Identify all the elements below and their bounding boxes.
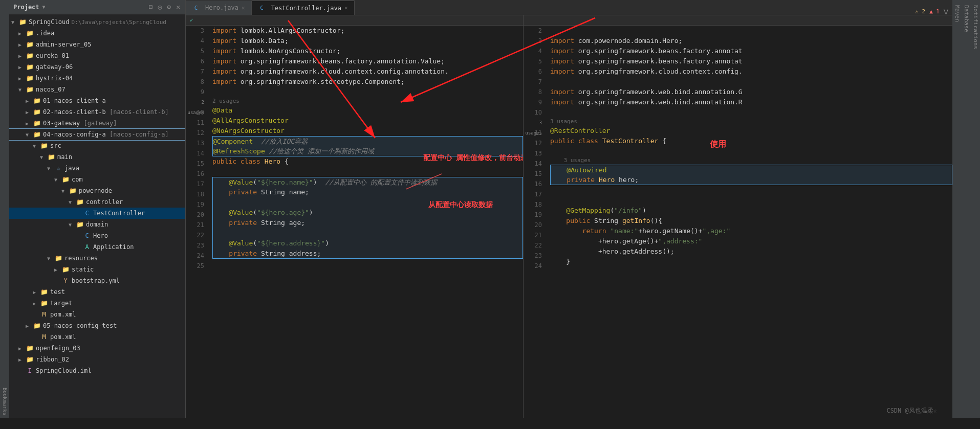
hero-code-lines: import lombok.AllArgsConstructor; import… (208, 26, 523, 418)
tab-hero-label: Hero.java (205, 4, 238, 11)
tree-item-nacos01[interactable]: ▶ 📁 01-nacos-client-a (9, 95, 185, 106)
code-line: @AllArgsConstructor (212, 116, 523, 126)
code-line (550, 146, 952, 156)
warning-count: ⚠ 2 (915, 8, 925, 15)
tab-testcontroller-close[interactable]: ✕ (344, 5, 348, 11)
tree-item-gateway06[interactable]: ▶ 📁 gateway-06 (9, 61, 185, 73)
tree-item-test[interactable]: ▶ 📁 test (9, 286, 185, 298)
tree-item-ribbon[interactable]: ▶ 📁 ribbon_02 (9, 354, 185, 365)
notifications-label: Notifications (972, 5, 979, 49)
code-line (550, 77, 952, 87)
tree-item-domain[interactable]: ▼ 📁 domain (9, 219, 185, 230)
tree-item-controller[interactable]: ▼ 📁 controller (9, 196, 185, 208)
tree-item-gateway03[interactable]: ▶ 📁 03-gateway [gateway] (9, 118, 185, 129)
code-line: import lombok.AllArgsConstructor; (212, 26, 523, 36)
tree-item-nacos02[interactable]: ▶ 📁 02-nacos-client-b [nacos-client-b] (9, 106, 185, 118)
database-panel[interactable]: Database (962, 0, 971, 418)
locate-icon[interactable]: ◎ (157, 3, 163, 11)
tree-item-static[interactable]: ▶ 📁 static (9, 264, 185, 275)
tree-item-nacos05[interactable]: ▶ 📁 05-nacos-config-test (9, 320, 185, 331)
code-line-hint2: 3 usages (550, 156, 952, 165)
tree-item-java[interactable]: ▼ ☕ java (9, 163, 185, 174)
hero-code-scroll[interactable]: 3 4 5 6 7 8 9 2 usages 10 11 12 13 (186, 26, 523, 418)
code-line (212, 87, 523, 97)
code-line: import org.springframework.cloud.context… (550, 66, 952, 77)
right-pane-indicator (524, 15, 952, 26)
notifications-panel[interactable]: Notifications (971, 0, 980, 418)
code-line: import org.springframework.beans.factory… (212, 56, 523, 66)
tree-item-com[interactable]: ▼ 📁 com (9, 174, 185, 185)
project-panel: Project ▼ ⊟ ◎ ⚙ ✕ ▼ 📁 SpringCloud D:\Jav… (9, 0, 186, 418)
tree-item-pom05[interactable]: M pom.xml (9, 331, 185, 343)
collapse-all-icon[interactable]: ⊟ (148, 3, 154, 11)
code-line (550, 267, 952, 277)
tree-item-main[interactable]: ▼ 📁 main (9, 151, 185, 163)
tree-item-testcontroller[interactable]: C TestController (9, 208, 185, 219)
code-line-hint: 2 usages (212, 97, 523, 105)
testcontroller-editor-pane: 2 3 4 5 6 7 8 9 10 3 usages 11 12 (524, 15, 952, 418)
tree-item-admin[interactable]: ▶ 📁 admin-server_05 (9, 39, 185, 50)
code-line: public class Hero { (212, 156, 523, 167)
bookmarks-label: Bookmarks (2, 388, 8, 415)
tree-item-nacos07[interactable]: ▼ 📁 nacos_07 (9, 84, 185, 95)
code-line: @Value("${hero.name}") //从配置中心 的配置文件中读到数… (212, 177, 523, 187)
code-line: @Value("${hero.age}") (212, 208, 523, 218)
tree-item-idea[interactable]: ▶ 📁 .idea (9, 28, 185, 39)
code-line: @NoArgsConstructor (212, 126, 523, 136)
code-line (550, 195, 952, 206)
tree-item-openfeign[interactable]: ▶ 📁 openfeign_03 (9, 343, 185, 354)
tree-item-src[interactable]: ▼ 📁 src (9, 140, 185, 151)
tree-item-springcloud-iml[interactable]: I SpringCloud.iml (9, 365, 185, 376)
code-line: import com.powernode.domain.Hero; (550, 36, 952, 46)
code-line: import org.springframework.beans.factory… (550, 56, 952, 66)
tree-item-powernode[interactable]: ▼ 📁 powernode (9, 185, 185, 196)
right-side-strips: Maven Database Notifications (952, 0, 980, 418)
code-line (550, 107, 952, 118)
code-line: private Hero hero; (550, 175, 952, 185)
code-line: @Value("${hero.address}") (212, 238, 523, 249)
tree-item-bootstrap[interactable]: Y bootstrap.yml (9, 275, 185, 286)
code-line: private String name; (212, 187, 523, 197)
close-panel-icon[interactable]: ✕ (175, 3, 181, 11)
tree-item-nacos04[interactable]: ▼ 📁 04-nacos-config-a [nacos-config-a] (9, 129, 185, 140)
tree-item-target[interactable]: ▶ 📁 target (9, 298, 185, 309)
code-line: @RefreshScope //给这个类 添加一个刷新的作用域 (212, 146, 523, 156)
code-line: import org.springframework.stereotype.Co… (212, 77, 523, 87)
code-line (550, 26, 952, 36)
bookmarks-panel[interactable]: Bookmarks (0, 0, 9, 418)
tab-testcontroller-java[interactable]: C TestController.java ✕ (252, 1, 355, 15)
code-line: import org.springframework.web.bind.anno… (550, 87, 952, 97)
hero-editor-pane: ✓ 3 4 5 6 7 8 9 2 usages 10 (186, 15, 524, 418)
code-line: import org.springframework.web.bind.anno… (550, 97, 952, 107)
code-line: public String getInfo(){ (550, 216, 952, 226)
tree-item-resources[interactable]: ▼ 📁 resources (9, 253, 185, 264)
code-line: +hero.getAge()+",address:" (550, 236, 952, 246)
testcontroller-code-scroll[interactable]: 2 3 4 5 6 7 8 9 10 3 usages 11 12 (524, 26, 952, 418)
tree-item-hystrix[interactable]: ▶ 📁 hystrix-04 (9, 73, 185, 84)
code-line: import org.springframework.beans.factory… (550, 46, 952, 56)
panel-header: Project ▼ ⊟ ◎ ⚙ ✕ (9, 0, 185, 14)
settings-icon[interactable]: ⚙ (166, 3, 172, 11)
code-line (212, 228, 523, 238)
tab-hero-java[interactable]: C Hero.java ✕ (186, 1, 252, 15)
tree-item-pom04[interactable]: M pom.xml (9, 309, 185, 320)
code-line (212, 167, 523, 177)
tab-hero-close[interactable]: ✕ (242, 5, 245, 11)
code-line (212, 197, 523, 208)
maven-label: Maven (954, 5, 961, 22)
tree-item-hero[interactable]: C Hero (9, 230, 185, 241)
error-count: ▲ 1 (929, 8, 940, 15)
expand-icon[interactable]: ⋁ (944, 8, 948, 15)
code-line: @GetMapping("/info") (550, 206, 952, 216)
tree-root[interactable]: ▼ 📁 SpringCloud D:\Java\projects\SpringC… (9, 16, 185, 28)
maven-panel[interactable]: Maven (952, 0, 962, 418)
editor-area: C Hero.java ✕ C TestController.java ✕ ⚠ … (186, 0, 952, 418)
right-pane-num (528, 17, 531, 24)
tab-testcontroller-label: TestController.java (271, 5, 341, 12)
left-pane-indicator: ✓ (186, 15, 523, 26)
code-line: import lombok.NoArgsConstructor; (212, 46, 523, 56)
code-line: private String age; (212, 218, 523, 228)
tree-item-application[interactable]: A Application (9, 241, 185, 253)
code-line: import lombok.Data; (212, 36, 523, 46)
tree-item-eureka[interactable]: ▶ 📁 eureka_01 (9, 50, 185, 61)
